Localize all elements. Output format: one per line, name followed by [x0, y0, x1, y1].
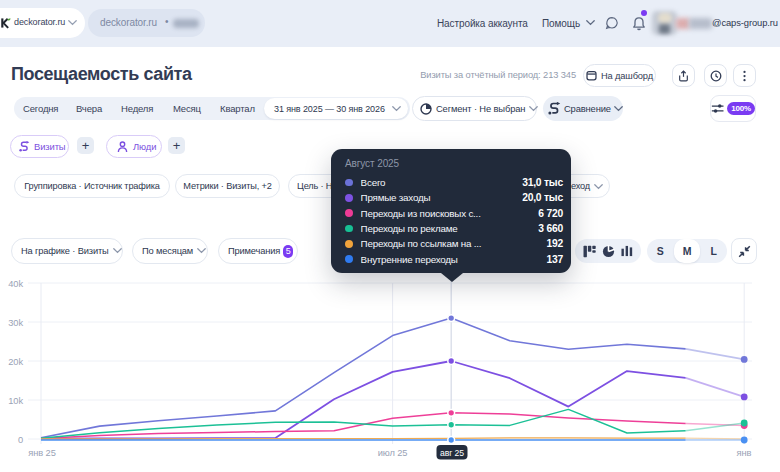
svg-text:20k: 20k — [8, 357, 23, 367]
svg-text:янв: янв — [737, 448, 752, 458]
svg-text:авг 25: авг 25 — [440, 448, 464, 458]
svg-text:янв 25: янв 25 — [28, 448, 55, 458]
svg-text:30k: 30k — [8, 318, 23, 328]
svg-text:10k: 10k — [8, 396, 23, 406]
svg-text:40k: 40k — [8, 279, 23, 289]
svg-text:июл 25: июл 25 — [378, 448, 408, 458]
svg-text:0: 0 — [18, 435, 23, 445]
